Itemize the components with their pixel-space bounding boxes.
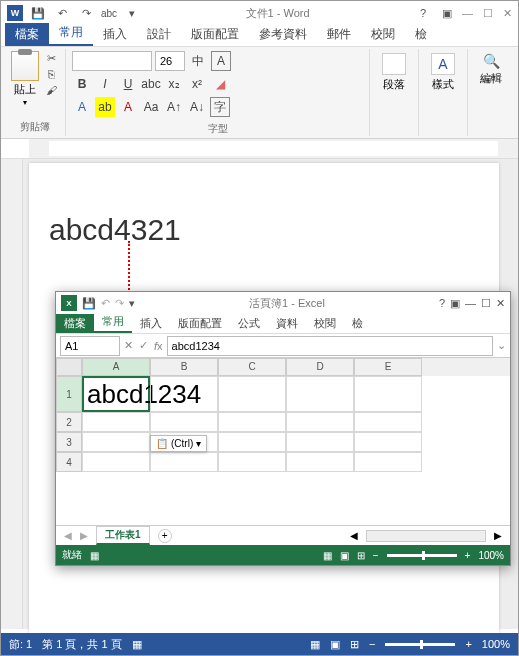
excel-tab-formulas[interactable]: 公式 <box>230 314 268 333</box>
cancel-formula-icon[interactable]: ✕ <box>124 339 133 352</box>
paste-button[interactable]: 貼上 ▾ <box>11 51 39 107</box>
tab-insert[interactable]: 插入 <box>93 23 137 46</box>
tab-references[interactable]: 參考資料 <box>249 23 317 46</box>
zoom-in-icon[interactable]: + <box>465 638 471 650</box>
highlight-icon[interactable]: ab <box>95 97 115 117</box>
cell-d4[interactable] <box>286 452 354 472</box>
row-header-1[interactable]: 1 <box>56 376 82 412</box>
undo-icon[interactable]: ↶ <box>53 4 71 22</box>
qat-dropdown-icon[interactable]: ▾ <box>129 297 135 310</box>
cell-b1[interactable] <box>150 376 218 412</box>
phonetic-guide-icon[interactable]: 中 <box>188 51 208 71</box>
text-effects-icon[interactable]: A <box>72 97 92 117</box>
ribbon-options-icon[interactable]: ▣ <box>450 297 460 310</box>
hscroll-right-icon[interactable]: ▶ <box>494 530 502 541</box>
select-all-button[interactable] <box>56 358 82 376</box>
horizontal-ruler[interactable] <box>1 139 518 159</box>
tab-design[interactable]: 設計 <box>137 23 181 46</box>
column-header-a[interactable]: A <box>82 358 150 376</box>
enter-formula-icon[interactable]: ✓ <box>139 339 148 352</box>
column-header-c[interactable]: C <box>218 358 286 376</box>
styles-button[interactable]: A 樣式 <box>425 51 461 94</box>
cell-a4[interactable] <box>82 452 150 472</box>
font-size-box[interactable]: 26 <box>155 51 185 71</box>
view-read-icon[interactable]: ▦ <box>310 638 320 651</box>
bold-icon[interactable]: B <box>72 74 92 94</box>
clear-format-icon[interactable]: ◢ <box>210 74 230 94</box>
cell-a3[interactable] <box>82 432 150 452</box>
excel-tab-insert[interactable]: 插入 <box>132 314 170 333</box>
help-icon[interactable]: ? <box>439 297 445 309</box>
font-name-box[interactable] <box>72 51 152 71</box>
italic-icon[interactable]: I <box>95 74 115 94</box>
change-case-icon[interactable]: Aa <box>141 97 161 117</box>
fx-icon[interactable]: fx <box>154 340 163 352</box>
new-sheet-icon[interactable]: + <box>158 529 172 543</box>
save-icon[interactable]: 💾 <box>82 297 96 310</box>
underline-icon[interactable]: U <box>118 74 138 94</box>
cut-icon[interactable]: ✂ <box>43 51 59 65</box>
status-section[interactable]: 節: 1 <box>9 637 32 652</box>
horizontal-scrollbar[interactable] <box>366 530 486 542</box>
qat-dropdown-icon[interactable]: ▾ <box>123 4 141 22</box>
cell-e1[interactable] <box>354 376 422 412</box>
tab-home[interactable]: 常用 <box>49 21 93 46</box>
excel-tab-layout[interactable]: 版面配置 <box>170 314 230 333</box>
expand-formula-icon[interactable]: ⌄ <box>497 339 506 352</box>
cell-c4[interactable] <box>218 452 286 472</box>
excel-tab-file[interactable]: 檔案 <box>56 314 94 333</box>
cell-c2[interactable] <box>218 412 286 432</box>
close-icon[interactable]: ✕ <box>503 7 512 20</box>
document-text[interactable]: abcd4321 <box>49 213 479 247</box>
tab-mailings[interactable]: 郵件 <box>317 23 361 46</box>
cell-d3[interactable] <box>286 432 354 452</box>
cell-c3[interactable] <box>218 432 286 452</box>
help-icon[interactable]: ? <box>414 4 432 22</box>
shrink-font-icon[interactable]: A↓ <box>187 97 207 117</box>
cell-e4[interactable] <box>354 452 422 472</box>
cell-a1[interactable]: abcd1234 <box>82 376 150 412</box>
chevron-down-icon[interactable]: ▾ <box>23 98 27 107</box>
ribbon-options-icon[interactable]: ▣ <box>438 4 456 22</box>
formula-input[interactable]: abcd1234 <box>167 336 493 356</box>
tab-file[interactable]: 檔案 <box>5 23 49 46</box>
view-pagelayout-icon[interactable]: ▣ <box>340 550 349 561</box>
column-header-e[interactable]: E <box>354 358 422 376</box>
zoom-out-icon[interactable]: − <box>373 550 379 561</box>
enclose-char-icon[interactable]: 字 <box>210 97 230 117</box>
view-web-icon[interactable]: ⊞ <box>350 638 359 651</box>
zoom-slider[interactable] <box>387 554 457 557</box>
zoom-in-icon[interactable]: + <box>465 550 471 561</box>
zoom-slider[interactable] <box>385 643 455 646</box>
undo-icon[interactable]: ↶ <box>101 297 110 310</box>
superscript-icon[interactable]: x² <box>187 74 207 94</box>
redo-icon[interactable]: ↷ <box>115 297 124 310</box>
copy-icon[interactable]: ⎘ <box>43 67 59 81</box>
macro-record-icon[interactable]: ▦ <box>132 638 142 651</box>
excel-tab-view[interactable]: 檢 <box>344 314 371 333</box>
hscroll-left-icon[interactable]: ◀ <box>350 530 358 541</box>
redo-icon[interactable]: ↷ <box>77 4 95 22</box>
view-normal-icon[interactable]: ▦ <box>323 550 332 561</box>
name-box[interactable]: A1 <box>60 336 120 356</box>
view-pagebreak-icon[interactable]: ⊞ <box>357 550 365 561</box>
vertical-ruler[interactable] <box>1 159 23 629</box>
paste-options-button[interactable]: 📋 (Ctrl) ▾ <box>150 435 207 452</box>
zoom-out-icon[interactable]: − <box>369 638 375 650</box>
sheet-tab-1[interactable]: 工作表1 <box>96 526 150 545</box>
excel-tab-data[interactable]: 資料 <box>268 314 306 333</box>
sheet-nav-next-icon[interactable]: ▶ <box>80 530 88 541</box>
cell-e3[interactable] <box>354 432 422 452</box>
paragraph-button[interactable]: 段落 <box>376 51 412 94</box>
row-header-3[interactable]: 3 <box>56 432 82 452</box>
format-painter-icon[interactable]: 🖌 <box>43 83 59 97</box>
sheet-nav-prev-icon[interactable]: ◀ <box>64 530 72 541</box>
font-color-icon[interactable]: A <box>118 97 138 117</box>
close-icon[interactable]: ✕ <box>496 297 505 310</box>
editing-button[interactable]: 🔍 編輯 <box>474 51 508 88</box>
excel-tab-review[interactable]: 校閱 <box>306 314 344 333</box>
cell-d2[interactable] <box>286 412 354 432</box>
minimize-icon[interactable]: — <box>462 7 473 20</box>
tab-review[interactable]: 校閱 <box>361 23 405 46</box>
subscript-icon[interactable]: x₂ <box>164 74 184 94</box>
